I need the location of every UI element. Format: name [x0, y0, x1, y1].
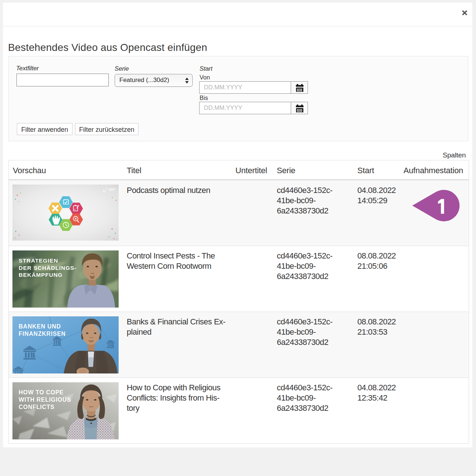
svg-text:FINANZKRISEN: FINANZKRISEN — [19, 331, 66, 337]
svg-text:BANKEN UND: BANKEN UND — [19, 323, 61, 330]
svg-text:HOW TO COPE: HOW TO COPE — [19, 389, 64, 395]
svg-text:BEKÄMPFUNG: BEKÄMPFUNG — [19, 272, 63, 278]
svg-text:WITH RELIGIOUS: WITH RELIGIOUS — [19, 397, 71, 403]
svg-text:u: u — [103, 187, 106, 193]
svg-text:CONFLICTS: CONFLICTS — [19, 404, 55, 410]
svg-text:STRATEGIEN: STRATEGIEN — [19, 257, 58, 264]
svg-text:DER SCHÄDLINGS-: DER SCHÄDLINGS- — [19, 265, 77, 271]
svg-text:b: b — [106, 187, 108, 190]
